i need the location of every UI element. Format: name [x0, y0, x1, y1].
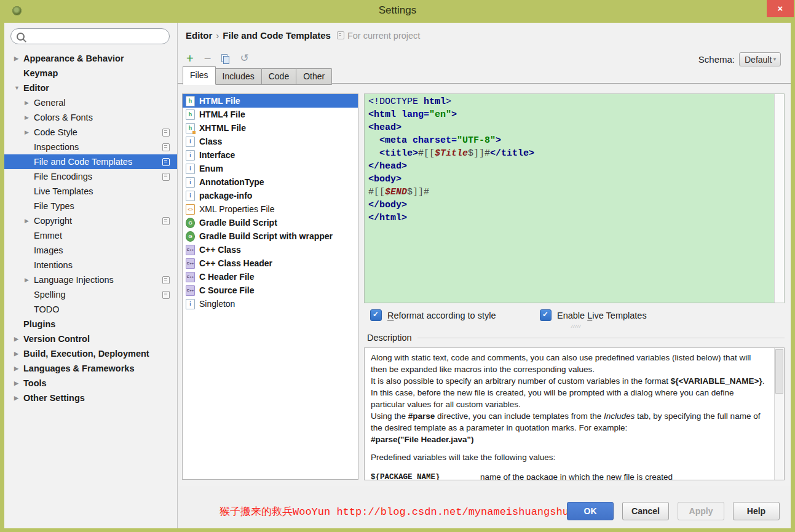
add-icon[interactable]: + — [186, 52, 194, 65]
sidebar-item-version-control[interactable]: ▶Version Control — [4, 332, 177, 346]
description-segment: directive, you can include templates fro… — [435, 411, 604, 421]
sidebar-item-images[interactable]: Images — [4, 243, 177, 258]
breadcrumb-item-editor[interactable]: Editor — [186, 30, 212, 41]
remove-icon[interactable]: − — [204, 52, 212, 65]
template-c-class[interactable]: C++ Class — [183, 243, 358, 256]
sidebar-item-spelling[interactable]: Spelling — [4, 287, 177, 302]
sidebar-item-build-execution-deployment[interactable]: ▶Build, Execution, Deployment — [4, 346, 177, 361]
template-annotationtype[interactable]: AnnotationType — [183, 175, 358, 189]
sidebar-item-plugins[interactable]: Plugins — [4, 317, 177, 332]
code-line: <title>#[[$Title$]]#</title> — [368, 147, 772, 160]
sidebar-item-general[interactable]: ▶General — [4, 95, 177, 110]
sidebar-item-label: File Types — [34, 201, 74, 211]
code-token: </head> — [368, 161, 407, 172]
sidebar-item-file-and-code-templates[interactable]: File and Code Templates — [4, 154, 177, 169]
cpp-file-icon — [186, 258, 195, 269]
tab-code[interactable]: Code — [261, 68, 296, 85]
tree-collapsed-icon[interactable]: ▶ — [25, 218, 34, 224]
tree-collapsed-icon[interactable]: ▶ — [14, 351, 23, 357]
sidebar-item-inspections[interactable]: Inspections — [4, 140, 177, 154]
project-badge-icon — [162, 129, 170, 137]
editor-scrollbar[interactable] — [774, 94, 784, 303]
tab-includes[interactable]: Includes — [215, 68, 262, 85]
sidebar-item-emmet[interactable]: Emmet — [4, 228, 177, 243]
tree-collapsed-icon[interactable]: ▶ — [25, 100, 34, 106]
sidebar-item-editor[interactable]: ▼Editor — [4, 81, 177, 95]
tree-expanded-icon[interactable]: ▼ — [14, 85, 23, 91]
description-segment: It is also possible to specify an arbitr… — [371, 376, 671, 386]
schema-dropdown[interactable]: Default ▼ — [739, 52, 781, 66]
template-gradle-build-script-with-wrapper[interactable]: Gradle Build Script with wrapper — [183, 229, 358, 243]
sidebar-item-language-injections[interactable]: ▶Language Injections — [4, 272, 177, 287]
settings-tree: ▶Appearance & BehaviorKeymap▼Editor▶Gene… — [4, 51, 177, 405]
sidebar-item-copyright[interactable]: ▶Copyright — [4, 213, 177, 228]
checkbox-live-templates[interactable] — [540, 309, 552, 321]
tree-collapsed-icon[interactable]: ▶ — [14, 380, 23, 386]
template-class[interactable]: Class — [183, 135, 358, 148]
template-c-source-file[interactable]: C Source File — [183, 284, 358, 297]
tree-collapsed-icon[interactable]: ▶ — [14, 395, 23, 401]
project-badge-icon — [162, 143, 170, 151]
tree-collapsed-icon[interactable]: ▶ — [14, 336, 23, 342]
template-xhtml-file[interactable]: XHTML File — [183, 121, 358, 135]
tree-collapsed-icon[interactable]: ▶ — [25, 277, 34, 283]
sidebar-item-label: Other Settings — [23, 393, 85, 403]
template-package-info[interactable]: package-info — [183, 189, 358, 202]
template-enum[interactable]: Enum — [183, 162, 358, 175]
sidebar-item-other-settings[interactable]: ▶Other Settings — [4, 391, 177, 405]
template-label: package-info — [199, 191, 252, 200]
splitter-handle[interactable]: ///// — [571, 324, 581, 329]
template-xml-properties-file[interactable]: XML Properties File — [183, 202, 358, 216]
xhtml-file-icon — [186, 123, 195, 133]
sidebar-item-file-encodings[interactable]: File Encodings — [4, 169, 177, 184]
template-label: C++ Class Header — [199, 258, 272, 268]
tab-other[interactable]: Other — [296, 68, 332, 85]
template-interface[interactable]: Interface — [183, 148, 358, 162]
ok-button[interactable]: OK — [567, 502, 614, 520]
description-segment: Using the — [371, 411, 408, 421]
sidebar-item-todo[interactable]: TODO — [4, 302, 177, 317]
template-editor[interactable]: <!DOCTYPE html><html lang="en"><head> <m… — [364, 93, 785, 303]
tree-collapsed-icon[interactable]: ▶ — [25, 129, 34, 135]
search-input[interactable] — [10, 28, 170, 44]
template-html4-file[interactable]: HTML4 File — [183, 108, 358, 121]
sidebar-item-code-style[interactable]: ▶Code Style — [4, 125, 177, 140]
code-token: #[[ — [418, 148, 435, 159]
java-file-icon — [186, 137, 195, 147]
template-c-class-header[interactable]: C++ Class Header — [183, 256, 358, 270]
description-scrollbar[interactable] — [774, 348, 784, 480]
sidebar-item-colors-fonts[interactable]: ▶Colors & Fonts — [4, 110, 177, 125]
close-button[interactable]: × — [767, 0, 794, 17]
code-token: <head> — [368, 122, 401, 133]
template-c-header-file[interactable]: C Header File — [183, 270, 358, 284]
template-singleton[interactable]: Singleton — [183, 297, 358, 311]
sidebar-item-file-types[interactable]: File Types — [4, 199, 177, 213]
template-gradle-build-script[interactable]: Gradle Build Script — [183, 216, 358, 229]
scrollbar-thumb[interactable] — [775, 349, 783, 394]
sidebar-item-languages-frameworks[interactable]: ▶Languages & Frameworks — [4, 361, 177, 376]
code-token: lang= — [401, 109, 429, 120]
tree-collapsed-icon[interactable]: ▶ — [14, 365, 23, 371]
sidebar-item-label: Images — [34, 245, 63, 255]
sidebar-item-keymap[interactable]: Keymap — [4, 66, 177, 81]
duplicate-icon[interactable] — [221, 54, 229, 63]
sidebar-item-tools[interactable]: ▶Tools — [4, 376, 177, 391]
reset-icon[interactable]: ↺ — [240, 52, 248, 65]
checkbox-reformat[interactable] — [370, 309, 382, 321]
java-file-icon — [186, 164, 195, 174]
breadcrumb-item-file-and-code-templates[interactable]: File and Code Templates — [223, 30, 331, 41]
tree-collapsed-icon[interactable]: ▶ — [14, 55, 23, 62]
sidebar-item-intentions[interactable]: Intentions — [4, 258, 177, 272]
code-token: <body> — [368, 174, 401, 185]
project-badge-icon — [162, 158, 170, 166]
window-content: ▶Appearance & BehaviorKeymap▼Editor▶Gene… — [4, 23, 791, 528]
help-button[interactable]: Help — [733, 502, 780, 520]
tree-collapsed-icon[interactable]: ▶ — [25, 114, 34, 121]
schema-row: Schema: Default ▼ — [698, 52, 781, 66]
tab-files[interactable]: Files — [183, 66, 216, 85]
code-token: > — [496, 135, 501, 146]
cancel-button[interactable]: Cancel — [622, 502, 669, 520]
sidebar-item-appearance-behavior[interactable]: ▶Appearance & Behavior — [4, 51, 177, 66]
template-html-file[interactable]: HTML File — [183, 94, 358, 108]
sidebar-item-live-templates[interactable]: Live Templates — [4, 184, 177, 199]
